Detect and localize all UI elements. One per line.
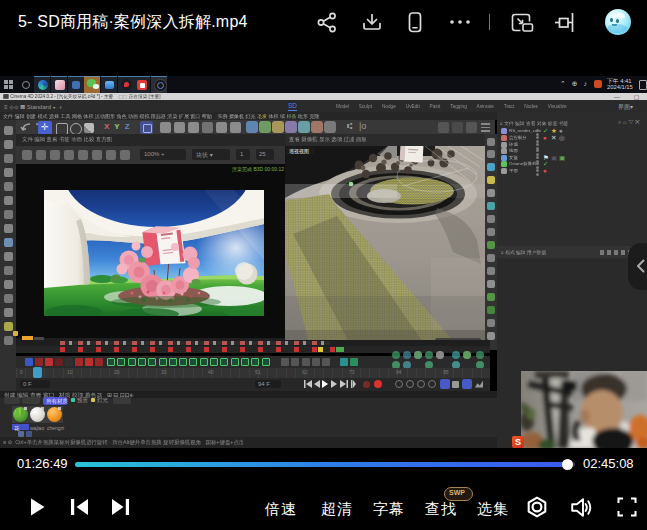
svg-text:透视视图: 透视视图 <box>289 148 309 155</box>
